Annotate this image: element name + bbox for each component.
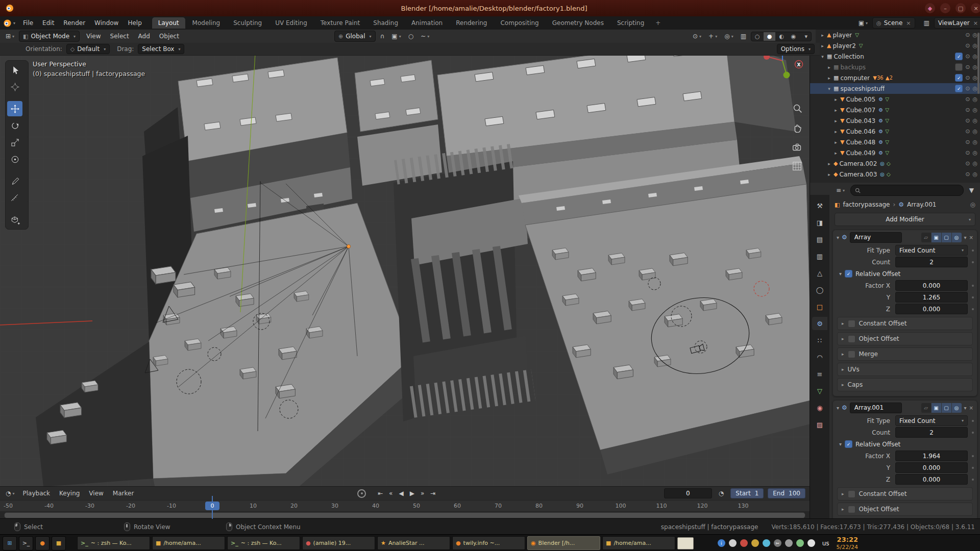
subpanel-uvs[interactable]: ▸UVs [837, 363, 973, 376]
disable-render-icon[interactable]: ◎ [972, 171, 977, 178]
expand-icon[interactable]: ▾ [839, 441, 842, 447]
outliner-scrollbar[interactable] [977, 33, 979, 94]
file-manager-launcher[interactable]: ■ [52, 536, 66, 550]
disable-render-icon[interactable]: ◎ [972, 64, 977, 70]
modifier-name-field[interactable]: Array.001 [850, 403, 902, 413]
falloff-dropdown[interactable]: ~▾ [418, 32, 432, 41]
viewport-menu-view[interactable]: View [82, 31, 105, 41]
outliner-row-cube-049[interactable]: ▸▼Cube.049⚙▽⊙◎ [810, 147, 980, 158]
collection-checkbox[interactable]: ✓ [955, 74, 963, 82]
properties-tab-render[interactable]: ◨ [812, 216, 827, 229]
taskbar-window-zsh-ko[interactable]: >_~ : zsh — Ko... [227, 536, 300, 550]
properties-tab-object[interactable]: □ [812, 300, 827, 313]
current-frame-field[interactable]: 0 [664, 488, 712, 498]
keyboard-layout[interactable]: us [822, 540, 829, 547]
timeline-menu-keying[interactable]: Keying [55, 488, 84, 498]
subpanel-object-offset[interactable]: ▸Object Offset [837, 332, 973, 345]
collection-checkbox[interactable] [955, 63, 963, 71]
snap-magnet-icon[interactable]: ∩ [378, 32, 387, 41]
viewport-menu-add[interactable]: Add [134, 31, 155, 41]
display-render-toggle[interactable]: ◎ [952, 233, 962, 242]
hide-viewport-icon[interactable]: ⊙ [965, 139, 970, 145]
blender-app-icon[interactable] [4, 3, 15, 14]
tool-measure[interactable] [7, 190, 22, 206]
merge-checkbox[interactable] [848, 350, 855, 358]
jump-start-button[interactable]: ⇤ [375, 489, 386, 497]
tray-status-icon[interactable] [796, 539, 804, 547]
disclosure-icon[interactable]: ▾ [820, 54, 825, 59]
tray-info-icon[interactable]: i [718, 539, 725, 547]
disable-render-icon[interactable]: ◎ [972, 96, 977, 103]
xray-toggle[interactable]: ▥ [738, 32, 749, 41]
gizmos-dropdown[interactable]: +▾ [706, 32, 720, 41]
modifier-extras-icon[interactable]: ▾ [964, 405, 967, 411]
browser-launcher[interactable]: ● [35, 536, 50, 550]
object-offset-checkbox[interactable] [848, 335, 855, 343]
disable-render-icon[interactable]: ◎ [972, 160, 977, 167]
factor-x-field[interactable]: 1.964 [895, 450, 968, 461]
properties-tab-modifiers[interactable]: ⚙ [812, 317, 827, 330]
outliner-row-camera-002[interactable]: ▸◆Camera.002◎◇⊙◎ [810, 158, 980, 169]
hide-viewport-icon[interactable]: ⊙ [965, 160, 970, 167]
properties-tab-physics[interactable]: ◠ [812, 350, 827, 364]
properties-tab-data[interactable]: ▽ [812, 384, 827, 397]
transform-orientation-dropdown[interactable]: ⊕ Global▾ [334, 31, 376, 42]
constant-offset-checkbox[interactable] [848, 490, 855, 498]
taskbar-window-home-ama[interactable]: ■/home/ama... [602, 536, 675, 550]
gizmo-y-axis[interactable] [783, 72, 790, 79]
disclosure-icon[interactable]: ▸ [826, 161, 832, 166]
hide-viewport-icon[interactable]: ⊙ [965, 149, 970, 156]
camera-icon[interactable] [790, 140, 804, 154]
start-frame-field[interactable]: Start1 [730, 488, 764, 498]
prev-key-button[interactable]: « [386, 489, 396, 497]
subpanel-caps[interactable]: ▸Caps [837, 378, 973, 391]
disable-render-icon[interactable]: ◎ [972, 139, 977, 145]
tool-select-box[interactable] [7, 62, 22, 78]
relative-offset-checkbox[interactable]: ✓ [845, 440, 852, 448]
hide-viewport-icon[interactable]: ⊙ [965, 64, 970, 70]
hide-viewport-icon[interactable]: ⊙ [965, 32, 970, 38]
close-button[interactable]: × [971, 3, 980, 13]
breadcrumb-object[interactable]: factorypassage [843, 201, 890, 208]
outliner-row-spaceshipstuff[interactable]: ▾▦spaceshipstuff✓⊙◎ [810, 83, 980, 94]
workspace-tab-texture-paint[interactable]: Texture Paint [314, 17, 366, 29]
tray-network-icon[interactable] [751, 539, 759, 547]
fit-type-dropdown[interactable]: Fixed Count▾ [895, 415, 968, 426]
expand-icon[interactable]: ▾ [839, 271, 842, 277]
tray-clipboard-icon[interactable] [763, 539, 770, 547]
timeline-ruler[interactable]: 0 -50-40-30-20-1010203040506070809010011… [0, 500, 810, 512]
pin-button[interactable]: ◆ [925, 3, 935, 13]
hide-viewport-icon[interactable]: ⊙ [965, 107, 970, 113]
menu-window[interactable]: Window [90, 18, 123, 28]
viewlayer-selector[interactable]: ViewLayer × [934, 17, 980, 29]
disable-render-icon[interactable]: ◎ [972, 32, 977, 38]
tray-scissors-icon[interactable]: ✂ [774, 539, 781, 547]
blender-menu-icon[interactable]: ▾ [3, 19, 15, 28]
timeline-scroll-thumb[interactable] [4, 512, 805, 518]
timeline-menu-playback[interactable]: Playback [18, 488, 55, 498]
factor-z-field[interactable]: 0.000 [895, 474, 968, 485]
disclosure-icon[interactable]: ▸ [833, 118, 839, 123]
expand-icon[interactable]: ▾ [837, 235, 839, 240]
disclosure-icon[interactable]: ▸ [826, 172, 832, 177]
menu-file[interactable]: File [18, 18, 38, 28]
workspace-tab-rendering[interactable]: Rendering [450, 17, 493, 29]
timeline-menu-view[interactable]: View [84, 488, 108, 498]
modifier-close-icon[interactable]: × [969, 405, 973, 411]
tray-record-icon[interactable] [740, 539, 748, 547]
properties-tab-particles[interactable]: ∷ [812, 334, 827, 347]
outliner-row-player2[interactable]: ▸▲player2▽⊙◎ [810, 40, 980, 51]
display-render-toggle[interactable]: ◎ [952, 403, 962, 413]
count-field[interactable]: 2 [895, 427, 968, 438]
timeline-scrollbar[interactable] [0, 511, 810, 519]
overlays-dropdown[interactable]: ◎▾ [722, 32, 736, 41]
snap-target-dropdown[interactable]: ▣▾ [389, 32, 403, 41]
options-dropdown[interactable]: Options▾ [777, 44, 815, 54]
disclosure-icon[interactable]: ▸ [820, 43, 825, 48]
timeline-editor-icon[interactable]: ◔▾ [3, 489, 17, 498]
factor-x-field[interactable]: 0.000 [895, 280, 968, 291]
scene-selector[interactable]: ◎ Scene × [872, 17, 915, 29]
workspace-tab-shading[interactable]: Shading [367, 17, 404, 29]
hide-viewport-icon[interactable]: ⊙ [965, 53, 970, 60]
shading-solid-icon[interactable]: ● [764, 32, 776, 41]
